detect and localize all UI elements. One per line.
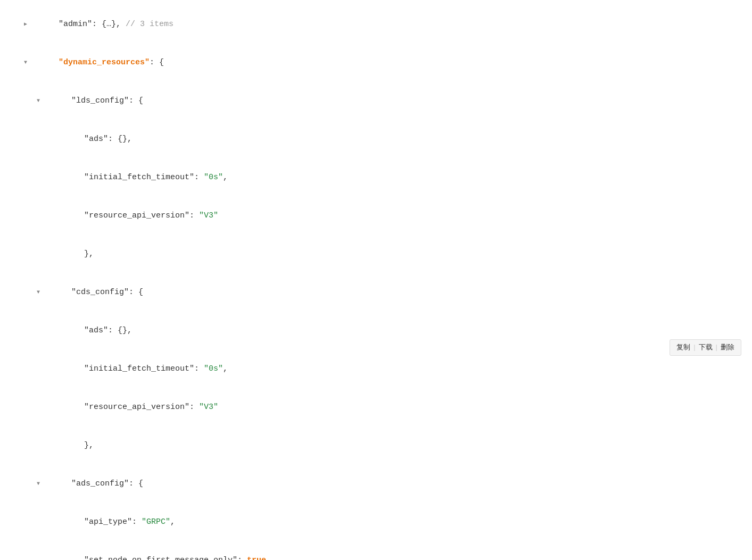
line-ads-config: "ads_config": { (9, 465, 743, 503)
toggle-lds-config[interactable] (34, 97, 43, 105)
line-cds-initial-fetch: "initial_fetch_timeout": "0s", (9, 350, 743, 388)
toggle-ads-config[interactable] (34, 480, 43, 488)
line-cds-resource-api: "resource_api_version": "V3" (9, 388, 743, 427)
line-admin: "admin": {…}, // 3 items (9, 5, 743, 44)
line-dynamic-resources: "dynamic_resources": { (9, 44, 743, 82)
json-viewer: "admin": {…}, // 3 items "dynamic_resour… (0, 0, 752, 560)
key-cds-config: "cds_config" (71, 288, 129, 297)
delete-button[interactable]: 删除 (718, 342, 737, 353)
toggle-admin[interactable] (21, 20, 30, 29)
key-dynamic-resources: "dynamic_resources" (59, 58, 150, 67)
line-cds-close: }, (9, 427, 743, 465)
key-ads-config: "ads_config" (71, 479, 129, 488)
action-buttons-container: 复制 | 下载 | 删除 (670, 339, 741, 356)
toggle-cds-config[interactable] (34, 288, 43, 297)
line-cds-config: "cds_config": { (9, 273, 743, 312)
divider-1: | (693, 342, 695, 353)
toggle-dynamic-resources[interactable] (21, 58, 30, 67)
line-lds-ads: "ads": {}, (9, 120, 743, 158)
line-cds-ads: "ads": {}, (9, 312, 743, 350)
copy-button[interactable]: 复制 (674, 342, 692, 353)
key-lds-config: "lds_config" (71, 96, 129, 105)
line-lds-close: }, (9, 235, 743, 273)
line-lds-config: "lds_config": { (9, 82, 743, 120)
line-lds-resource-api: "resource_api_version": "V3" (9, 197, 743, 235)
download-button[interactable]: 下载 (697, 342, 715, 353)
divider-2: | (716, 342, 717, 353)
line-set-node: "set_node_on_first_message_only": true, (9, 541, 743, 560)
key-admin: "admin" (59, 20, 92, 29)
line-lds-initial-fetch: "initial_fetch_timeout": "0s", (9, 158, 743, 197)
line-api-type: "api_type": "GRPC", (9, 503, 743, 541)
